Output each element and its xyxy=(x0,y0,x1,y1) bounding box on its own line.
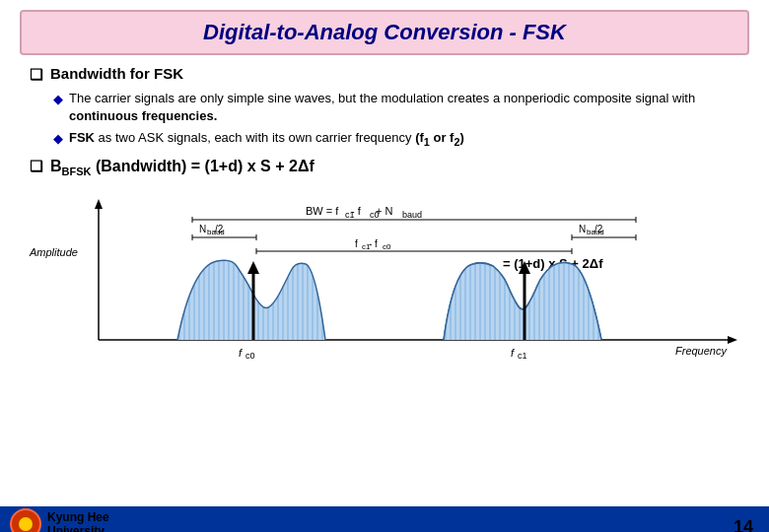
main-bullet-1: ❑ Bandwidth for FSK xyxy=(30,65,739,84)
title-bar: Digital-to-Analog Conversion - FSK xyxy=(20,10,749,55)
fsk-diagram: Amplitude Frequency BW = f c1 - f c0 + N… xyxy=(20,187,749,384)
sub-text-1: The carrier signals are only simple sine… xyxy=(69,90,739,125)
q-marker-2: ❑ xyxy=(30,158,42,175)
svg-text:/2: /2 xyxy=(594,224,603,234)
svg-text:+ N: + N xyxy=(376,205,392,217)
sub-bullet-2: ◆ FSK as two ASK signals, each with its … xyxy=(53,129,739,150)
svg-text:N: N xyxy=(579,224,586,234)
university-logo xyxy=(10,508,41,532)
svg-text:Frequency: Frequency xyxy=(675,345,728,357)
svg-text:c1: c1 xyxy=(518,351,527,361)
diamond-icon-2: ◆ xyxy=(53,131,63,146)
q-marker-1: ❑ xyxy=(30,66,42,84)
footer-bar: Kyung Hee University xyxy=(0,506,769,532)
sub-bullet-1: ◆ The carrier signals are only simple si… xyxy=(53,90,739,125)
bandwidth-formula: BBFSK (Bandwidth) = (1+d) x S + 2Δf xyxy=(50,158,315,177)
svg-text:- f: - f xyxy=(351,205,362,217)
page-number: 14 xyxy=(734,517,753,532)
diamond-icon-1: ◆ xyxy=(53,92,63,106)
svg-text:f: f xyxy=(239,347,243,359)
svg-text:Amplitude: Amplitude xyxy=(29,246,78,258)
svg-text:N: N xyxy=(199,224,206,234)
svg-text:/2: /2 xyxy=(215,224,224,234)
bandwidth-heading: Bandwidth for FSK xyxy=(50,65,183,82)
svg-text:f: f xyxy=(355,238,358,249)
sub-bullets-list: ◆ The carrier signals are only simple si… xyxy=(53,90,739,150)
university-name: Kyung Hee University xyxy=(47,510,109,532)
svg-text:f: f xyxy=(511,347,515,359)
svg-marker-4 xyxy=(728,336,737,344)
content-area: ❑ Bandwidth for FSK ◆ The carrier signal… xyxy=(0,65,769,177)
svg-text:c0: c0 xyxy=(245,351,255,361)
diagram-area: Amplitude Frequency BW = f c1 - f c0 + N… xyxy=(20,187,749,384)
svg-marker-1 xyxy=(95,199,103,209)
slide: Digital-to-Analog Conversion - FSK ❑ Ban… xyxy=(0,10,769,532)
svg-marker-102 xyxy=(247,261,259,274)
svg-text:c0: c0 xyxy=(383,242,391,251)
sub-text-2: FSK as two ASK signals, each with its ow… xyxy=(69,129,464,150)
formula-bullet: ❑ BBFSK (Bandwidth) = (1+d) x S + 2Δf xyxy=(30,158,739,177)
logo-inner-circle xyxy=(19,517,33,531)
svg-text:- f: - f xyxy=(369,238,378,249)
slide-title: Digital-to-Analog Conversion - FSK xyxy=(37,20,732,45)
svg-text:baud: baud xyxy=(402,210,422,220)
svg-text:BW = f: BW = f xyxy=(306,205,339,217)
logo-area: Kyung Hee University xyxy=(10,508,109,532)
